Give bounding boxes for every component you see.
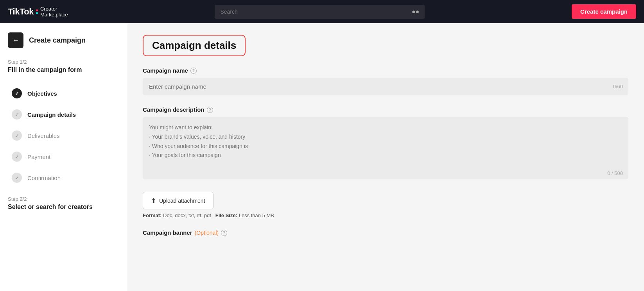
step2-desc: Select or search for creators xyxy=(8,204,119,211)
back-button[interactable]: ← xyxy=(8,32,23,48)
description-char-count: 0 / 500 xyxy=(607,170,623,176)
upload-btn-label: Upload attachment xyxy=(159,198,205,204)
step2-label: Step 2/2 xyxy=(8,196,119,202)
campaign-name-char-count: 0/60 xyxy=(613,84,623,89)
campaign-description-textarea[interactable] xyxy=(143,117,628,179)
campaign-name-input-wrapper: 0/60 xyxy=(143,78,628,95)
campaign-description-label: Campaign description ? xyxy=(143,106,628,113)
objectives-label: Objectives xyxy=(27,90,57,97)
search-input[interactable] xyxy=(220,9,408,15)
logo-dot-pink xyxy=(36,9,38,11)
logo-dot-cyan xyxy=(36,12,38,14)
main-content: Campaign details Campaign name ? 0/60 Ca… xyxy=(127,23,644,291)
format-types: Doc, docx, txt, rtf, pdf xyxy=(163,212,211,218)
deliverables-label: Deliverables xyxy=(27,132,60,139)
sidebar-title: Create campaign xyxy=(29,36,86,45)
check-payment: ✓ xyxy=(12,152,22,162)
logo-marketplace: CreatorMarketplace xyxy=(40,6,68,18)
sidebar-item-payment[interactable]: ✓ Payment xyxy=(8,146,119,167)
step1-label: Step 1/2 xyxy=(8,59,119,65)
main-layout: ← Create campaign Step 1/2 Fill in the c… xyxy=(0,23,644,291)
sidebar-item-campaign-details[interactable]: ✓ Campaign details xyxy=(8,104,119,125)
sidebar-header: ← Create campaign xyxy=(8,32,119,48)
tiktok-logo: TikTok CreatorMarketplace xyxy=(8,6,68,18)
step-items: ✓ Objectives ✓ Campaign details ✓ Delive… xyxy=(8,83,119,188)
campaign-name-input[interactable] xyxy=(143,78,628,95)
campaign-banner-label: Campaign banner (Optional) ? xyxy=(143,229,628,236)
check-campaign-details: ✓ xyxy=(12,109,22,120)
campaign-name-label: Campaign name ? xyxy=(143,67,628,74)
file-size-value: Less than 5 MB xyxy=(239,212,274,218)
campaign-description-info-icon[interactable]: ? xyxy=(207,107,213,113)
sidebar-item-confirmation[interactable]: ✓ Confirmation xyxy=(8,167,119,188)
campaign-details-label: Campaign details xyxy=(27,111,76,118)
upload-icon: ⬆ xyxy=(151,197,156,204)
campaign-name-section: Campaign name ? 0/60 xyxy=(143,67,628,95)
sidebar: ← Create campaign Step 1/2 Fill in the c… xyxy=(0,23,127,291)
check-objectives: ✓ xyxy=(12,88,22,98)
optional-tag: (Optional) xyxy=(195,230,219,236)
search-icon: ●● xyxy=(412,8,419,15)
logo-text: TikTok xyxy=(8,7,34,17)
file-size-label: File Size: xyxy=(215,212,237,218)
check-confirmation: ✓ xyxy=(12,173,22,183)
sidebar-item-objectives[interactable]: ✓ Objectives xyxy=(8,83,119,104)
create-campaign-button[interactable]: Create campaign xyxy=(572,4,636,19)
payment-label: Payment xyxy=(27,154,50,160)
campaign-description-section: Campaign description ? 0 / 500 xyxy=(143,106,628,181)
upload-attachment-button[interactable]: ⬆ Upload attachment xyxy=(143,192,213,209)
search-bar[interactable]: ●● xyxy=(215,5,425,19)
sidebar-item-deliverables[interactable]: ✓ Deliverables xyxy=(8,125,119,146)
step1-desc: Fill in the campaign form xyxy=(8,66,119,73)
check-deliverables: ✓ xyxy=(12,130,22,141)
format-info: Format: Doc, docx, txt, rtf, pdf File Si… xyxy=(143,212,628,218)
campaign-banner-info-icon[interactable]: ? xyxy=(221,230,227,236)
confirmation-label: Confirmation xyxy=(27,175,61,181)
description-wrapper: 0 / 500 xyxy=(143,117,628,181)
format-label: Format: xyxy=(143,212,161,218)
logo-dots xyxy=(36,9,38,14)
page-heading: Campaign details xyxy=(143,35,246,56)
top-navigation: TikTok CreatorMarketplace ●● Create camp… xyxy=(0,0,644,23)
campaign-name-info-icon[interactable]: ? xyxy=(190,68,197,74)
